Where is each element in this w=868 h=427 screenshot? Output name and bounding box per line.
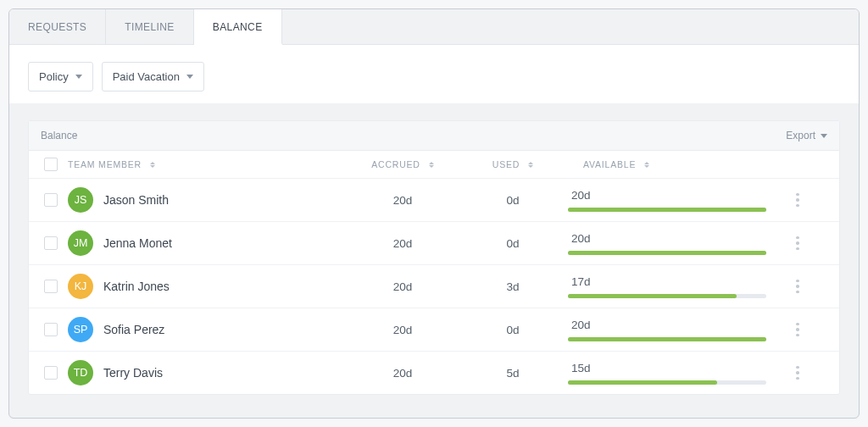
available-bar — [568, 294, 766, 298]
vacation-type-label: Paid Vacation — [113, 70, 180, 83]
sort-icon — [528, 162, 533, 168]
vacation-type-dropdown[interactable]: Paid Vacation — [102, 62, 204, 92]
used-value: 3d — [458, 280, 568, 293]
avatar: JS — [68, 187, 93, 213]
available-value: 17d — [568, 275, 766, 288]
member-name: Sofia Perez — [103, 323, 164, 336]
col-accrued[interactable]: ACCRUED — [348, 159, 458, 169]
policy-label: Policy — [39, 70, 69, 83]
export-button[interactable]: Export — [786, 130, 827, 141]
caret-down-icon — [821, 134, 827, 138]
caret-down-icon — [186, 75, 193, 79]
sort-icon — [644, 162, 649, 168]
available-value: 20d — [568, 232, 766, 245]
col-available[interactable]: AVAILABLE — [568, 159, 780, 169]
caret-down-icon — [75, 75, 82, 79]
select-all-checkbox[interactable] — [44, 158, 58, 171]
row-actions-button[interactable] — [789, 276, 806, 297]
row-checkbox[interactable] — [44, 323, 58, 336]
table-row: JSJason Smith20d0d20d — [29, 179, 839, 222]
accrued-value: 20d — [348, 237, 458, 250]
row-actions-button[interactable] — [789, 233, 806, 253]
row-actions-button[interactable] — [789, 319, 806, 340]
member-cell: JSJason Smith — [68, 187, 348, 213]
tab-timeline[interactable]: TIMELINE — [106, 9, 194, 44]
row-checkbox[interactable] — [44, 280, 58, 293]
used-value: 0d — [458, 324, 568, 336]
filter-bar: Policy Paid Vacation — [9, 45, 859, 103]
row-actions-button[interactable] — [789, 363, 806, 383]
table-row: JMJenna Monet20d0d20d — [29, 222, 839, 265]
table-row: SPSofia Perez20d0d20d — [29, 308, 839, 352]
available-bar — [568, 251, 766, 255]
available-value: 20d — [568, 189, 766, 202]
member-name: Katrin Jones — [103, 280, 170, 293]
member-name: Jenna Monet — [103, 236, 172, 250]
available-bar — [568, 337, 766, 341]
avatar: JM — [68, 230, 93, 256]
avatar: TD — [68, 360, 93, 385]
member-name: Terry Davis — [103, 366, 163, 380]
avatar: KJ — [68, 274, 93, 299]
sort-icon — [150, 162, 155, 168]
avatar: SP — [68, 317, 93, 342]
table-row: KJKatrin Jones20d3d17d — [29, 265, 839, 308]
table-row: TDTerry Davis20d5d15d — [29, 352, 839, 394]
table-header: TEAM MEMBER ACCRUED USED AVAILABLE — [29, 151, 839, 179]
available-value: 20d — [568, 319, 766, 331]
available-cell: 20d — [568, 189, 780, 212]
available-bar — [568, 208, 766, 212]
accrued-value: 20d — [348, 367, 458, 380]
accrued-value: 20d — [348, 194, 458, 207]
available-cell: 20d — [568, 319, 780, 341]
used-value: 0d — [458, 194, 568, 207]
member-cell: TDTerry Davis — [68, 360, 348, 385]
available-cell: 15d — [568, 362, 780, 385]
sort-icon — [429, 162, 434, 168]
member-cell: JMJenna Monet — [68, 230, 348, 256]
tab-balance[interactable]: BALANCE — [194, 9, 282, 45]
available-cell: 17d — [568, 275, 780, 298]
balance-panel: REQUESTSTIMELINEBALANCE Policy Paid Vaca… — [8, 8, 860, 419]
tab-requests[interactable]: REQUESTS — [9, 9, 106, 44]
used-value: 0d — [458, 237, 568, 250]
policy-dropdown[interactable]: Policy — [28, 62, 93, 92]
accrued-value: 20d — [348, 280, 458, 293]
col-team-member[interactable]: TEAM MEMBER — [68, 159, 348, 169]
row-actions-button[interactable] — [789, 190, 806, 210]
member-name: Jason Smith — [103, 193, 169, 207]
row-checkbox[interactable] — [44, 193, 58, 207]
table-body: JSJason Smith20d0d20dJMJenna Monet20d0d2… — [29, 179, 839, 394]
tab-bar: REQUESTSTIMELINEBALANCE — [9, 9, 859, 45]
col-used[interactable]: USED — [458, 159, 568, 169]
table-title: Balance — [41, 130, 77, 141]
row-checkbox[interactable] — [44, 366, 58, 380]
row-checkbox[interactable] — [44, 236, 58, 250]
balance-table: Balance Export TEAM MEMBER ACCRUED USED — [28, 120, 840, 395]
available-bar — [568, 380, 766, 385]
available-value: 15d — [568, 362, 766, 374]
used-value: 5d — [458, 367, 568, 380]
table-title-bar: Balance Export — [29, 121, 839, 151]
member-cell: KJKatrin Jones — [68, 274, 348, 299]
available-cell: 20d — [568, 232, 780, 255]
accrued-value: 20d — [348, 324, 458, 336]
member-cell: SPSofia Perez — [68, 317, 348, 342]
